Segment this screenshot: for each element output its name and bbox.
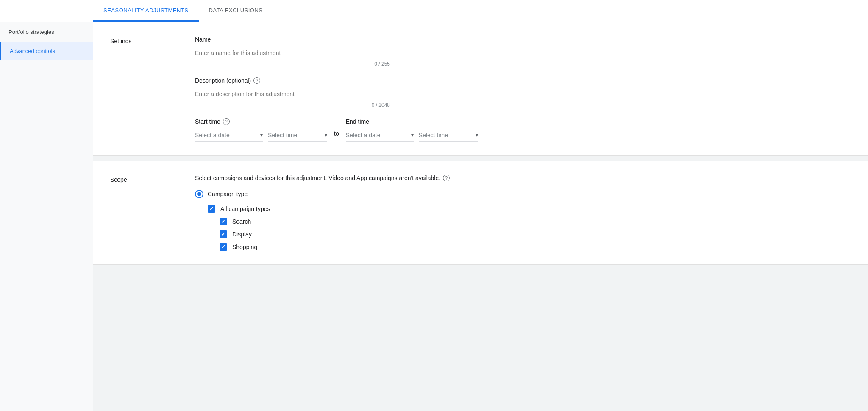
end-date-dropdown[interactable]: Select a date ▾ <box>346 128 414 142</box>
checkmark-search: ✓ <box>221 219 225 225</box>
main-layout: Portfolio strategies Advanced controls S… <box>0 22 868 411</box>
scope-label: Scope <box>110 175 195 251</box>
description-label: Description (optional) ? <box>195 77 851 84</box>
description-help-icon[interactable]: ? <box>253 77 260 84</box>
sidebar-item-portfolio[interactable]: Portfolio strategies <box>0 22 93 42</box>
checkbox-all-label: All campaign types <box>220 206 270 212</box>
campaign-type-radio-row[interactable]: Campaign type <box>195 190 851 198</box>
campaign-type-radio-icon <box>195 190 203 198</box>
checkbox-display-label: Display <box>232 231 252 238</box>
end-date-text: Select a date <box>346 132 408 139</box>
end-time-dropdown[interactable]: Select time ▾ <box>419 128 478 142</box>
checkbox-all-campaign-types[interactable]: ✓ All campaign types <box>208 205 851 213</box>
tab-data-exclusions[interactable]: DATA EXCLUSIONS <box>199 0 273 22</box>
name-label: Name <box>195 36 851 43</box>
description-char-count: 0 / 2048 <box>195 102 390 108</box>
start-time-text: Select time <box>268 132 321 139</box>
checkmark-shopping: ✓ <box>221 244 225 250</box>
start-time-chevron-icon: ▾ <box>325 132 327 138</box>
start-time-dropdown[interactable]: Select time ▾ <box>268 128 327 142</box>
campaign-type-label: Campaign type <box>208 191 248 197</box>
campaign-checkboxes: ✓ All campaign types ✓ Search <box>195 205 851 251</box>
scope-description: Select campaigns and devices for this ad… <box>195 175 851 181</box>
scope-help-icon[interactable]: ? <box>443 175 450 181</box>
end-time-label: End time <box>346 118 478 125</box>
checkmark-all: ✓ <box>209 206 214 212</box>
radio-inner-dot <box>197 192 201 196</box>
checkbox-display-icon[interactable]: ✓ <box>220 230 227 238</box>
checkbox-all-icon[interactable]: ✓ <box>208 205 215 213</box>
name-input[interactable] <box>195 46 390 59</box>
checkbox-shopping[interactable]: ✓ Shopping <box>208 243 851 251</box>
time-row: Start time ? Select a date ▾ Select time <box>195 118 851 142</box>
end-time-text: Select time <box>419 132 472 139</box>
scope-card: Scope Select campaigns and devices for t… <box>93 161 868 265</box>
start-date-dropdown[interactable]: Select a date ▾ <box>195 128 263 142</box>
tab-seasonality[interactable]: SEASONALITY ADJUSTMENTS <box>93 0 199 22</box>
to-label: to <box>334 123 339 137</box>
start-time-label: Start time ? <box>195 118 327 125</box>
end-time-chevron-icon: ▾ <box>476 132 478 138</box>
name-char-count: 0 / 255 <box>195 61 390 67</box>
start-date-chevron-icon: ▾ <box>260 132 263 138</box>
top-tabs-bar: SEASONALITY ADJUSTMENTS DATA EXCLUSIONS <box>0 0 868 22</box>
settings-body: Name 0 / 255 Description (optional) ? 0 … <box>195 36 851 142</box>
start-time-section: Start time ? Select a date ▾ Select time <box>195 118 327 142</box>
checkmark-display: ✓ <box>221 231 225 237</box>
start-time-controls: Select a date ▾ Select time ▾ <box>195 128 327 142</box>
start-date-text: Select a date <box>195 132 257 139</box>
settings-label: Settings <box>110 36 195 142</box>
end-date-chevron-icon: ▾ <box>411 132 414 138</box>
name-field-group: Name 0 / 255 <box>195 36 851 67</box>
description-input[interactable] <box>195 87 390 100</box>
sidebar: Portfolio strategies Advanced controls <box>0 22 93 411</box>
sidebar-item-advanced-controls[interactable]: Advanced controls <box>0 42 93 60</box>
checkbox-shopping-label: Shopping <box>232 244 257 250</box>
end-time-section: End time Select a date ▾ Select time ▾ <box>346 118 478 142</box>
checkbox-search[interactable]: ✓ Search <box>208 218 851 225</box>
main-content: Settings Name 0 / 255 Description (optio… <box>93 22 868 411</box>
description-field-group: Description (optional) ? 0 / 2048 <box>195 77 851 108</box>
end-time-controls: Select a date ▾ Select time ▾ <box>346 128 478 142</box>
start-time-help-icon[interactable]: ? <box>223 118 230 125</box>
checkbox-search-icon[interactable]: ✓ <box>220 218 227 225</box>
checkbox-shopping-icon[interactable]: ✓ <box>220 243 227 251</box>
scope-body: Select campaigns and devices for this ad… <box>195 175 851 251</box>
checkbox-search-label: Search <box>232 218 251 225</box>
checkbox-display[interactable]: ✓ Display <box>208 230 851 238</box>
settings-card: Settings Name 0 / 255 Description (optio… <box>93 22 868 156</box>
